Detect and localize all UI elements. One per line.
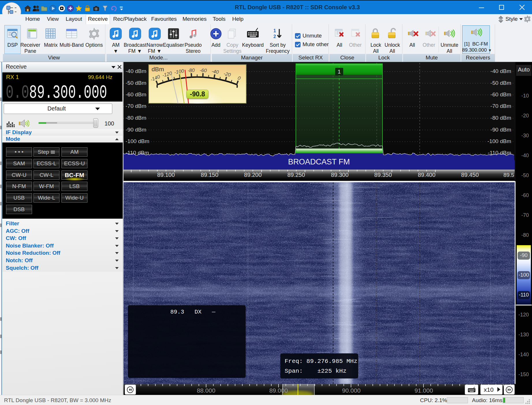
svg-text:89.150: 89.150 <box>201 172 218 178</box>
svg-text:89.250: 89.250 <box>287 172 305 178</box>
svg-text:89.350: 89.350 <box>374 172 392 178</box>
svg-text:1: 1 <box>273 28 276 33</box>
svg-text:89.5: 89.5 <box>503 172 514 178</box>
svg-text:1: 1 <box>338 69 341 75</box>
svg-text:91.000: 91.000 <box>415 387 433 394</box>
svg-text:-60: -60 <box>199 68 207 73</box>
svg-text:89.000: 89.000 <box>269 387 288 394</box>
svg-text:-120: -120 <box>162 70 173 78</box>
svg-text:2: 2 <box>273 34 276 39</box>
svg-text:88.000: 88.000 <box>197 387 215 394</box>
svg-text:-20: -20 <box>223 71 232 78</box>
svg-text:89.200: 89.200 <box>244 172 262 178</box>
svg-text:90.000: 90.000 <box>342 387 361 394</box>
svg-text:0: 0 <box>237 75 241 81</box>
svg-text:BROADCAST FM: BROADCAST FM <box>288 158 350 166</box>
svg-text:89.100: 89.100 <box>157 172 175 178</box>
svg-text:89.400: 89.400 <box>418 172 435 178</box>
svg-text:-100: -100 <box>174 68 184 75</box>
svg-text:-80: -80 <box>187 68 195 73</box>
svg-text:-140: -140 <box>150 74 161 82</box>
svg-text:-40: -40 <box>211 68 219 75</box>
svg-text:89.300: 89.300 <box>331 172 348 178</box>
svg-text:89.450: 89.450 <box>461 172 479 178</box>
